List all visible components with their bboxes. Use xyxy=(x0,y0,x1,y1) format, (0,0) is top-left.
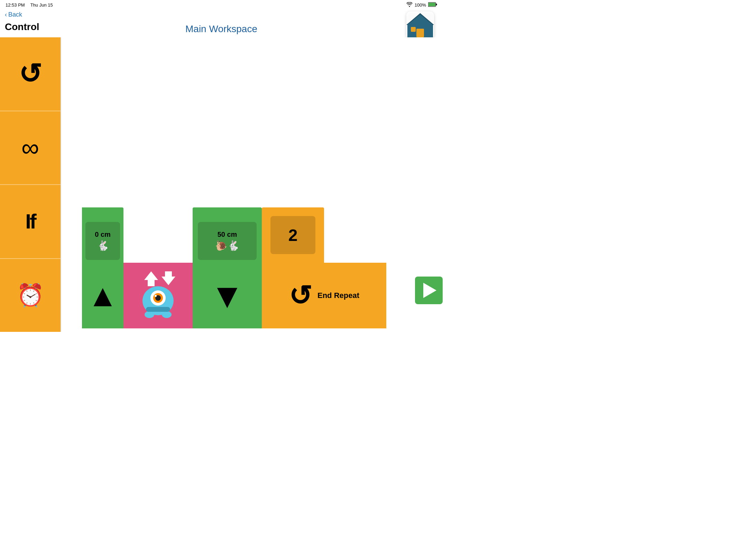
robot-icon xyxy=(134,270,182,321)
play-button[interactable] xyxy=(415,277,443,304)
svg-point-17 xyxy=(145,311,154,318)
move-block-1-inner: 0 cm 🐇 xyxy=(85,222,120,260)
battery-level: 100% xyxy=(415,2,426,8)
move-block-1-partial[interactable]: 0 cm 🐇 xyxy=(82,207,123,263)
sidebar: ↻ ∞ If ⏰ xyxy=(0,37,61,332)
end-repeat-label: End Repeat xyxy=(317,291,359,300)
repeat-count-inner: 2 xyxy=(270,216,315,254)
end-repeat-icon: ↻ xyxy=(289,280,312,312)
move-block-2[interactable]: 50 cm 🐌🐇 xyxy=(193,207,262,263)
speed-slow-icon: 🐌🐇 xyxy=(215,240,239,251)
workspace-title: Main Workspace xyxy=(0,24,443,35)
sidebar-item-timer[interactable]: ⏰ xyxy=(0,259,61,332)
svg-marker-8 xyxy=(144,271,158,280)
back-button[interactable]: ‹ Back xyxy=(5,11,22,18)
svg-rect-7 xyxy=(411,27,416,32)
if-icon: If xyxy=(25,209,35,233)
svg-rect-6 xyxy=(416,29,424,37)
svg-rect-9 xyxy=(148,279,155,286)
svg-rect-19 xyxy=(146,307,170,312)
top-row: 0 cm 🐇 50 cm 🐌🐇 2 xyxy=(82,207,443,263)
home-button[interactable] xyxy=(405,10,436,41)
chevron-left-icon: ‹ xyxy=(5,11,7,18)
forward-block-partial[interactable]: ▲ xyxy=(82,263,123,328)
move-block-2-inner: 50 cm 🐌🐇 xyxy=(198,222,257,260)
repeat-count-block[interactable]: 2 xyxy=(262,207,324,263)
svg-rect-1 xyxy=(428,3,435,6)
block-gap-1 xyxy=(123,207,193,263)
status-date: Thu Jun 15 xyxy=(30,2,53,8)
blocks-container: 0 cm 🐇 50 cm 🐌🐇 2 xyxy=(82,207,443,332)
arrow-down-icon: ▼ xyxy=(210,276,245,316)
workspace-area: 0 cm 🐇 50 cm 🐌🐇 2 xyxy=(61,37,443,332)
status-bar: 12:53 PM Thu Jun 15 100% xyxy=(0,0,443,10)
svg-rect-2 xyxy=(436,3,437,5)
speed-fast-icon: 🐇 xyxy=(97,240,109,251)
status-right: 100% xyxy=(406,2,437,8)
move-block-2-distance: 50 cm xyxy=(218,231,237,239)
repeat-icon: ↻ xyxy=(19,58,42,90)
end-repeat-block[interactable]: ↻ End Repeat xyxy=(262,263,386,328)
svg-rect-11 xyxy=(165,271,172,278)
timer-icon: ⏰ xyxy=(17,282,44,308)
wifi-icon xyxy=(406,2,413,8)
arrow-up-icon: ▲ xyxy=(87,278,118,314)
infinity-icon: ∞ xyxy=(21,133,39,162)
status-time: 12:53 PM xyxy=(6,2,25,8)
svg-point-18 xyxy=(162,311,172,318)
sidebar-item-repeat[interactable]: ↻ xyxy=(0,37,61,111)
down-block[interactable]: ▼ xyxy=(193,263,262,328)
sidebar-item-if[interactable]: If xyxy=(0,185,61,259)
move-block-1-distance: 0 cm xyxy=(95,231,111,239)
svg-point-16 xyxy=(155,295,157,297)
battery-icon xyxy=(428,2,437,8)
sidebar-item-forever[interactable]: ∞ xyxy=(0,111,61,185)
repeat-count-value: 2 xyxy=(288,226,298,245)
back-label: Back xyxy=(8,11,22,18)
robot-block[interactable] xyxy=(123,263,193,328)
bottom-row: ▲ xyxy=(82,263,443,328)
